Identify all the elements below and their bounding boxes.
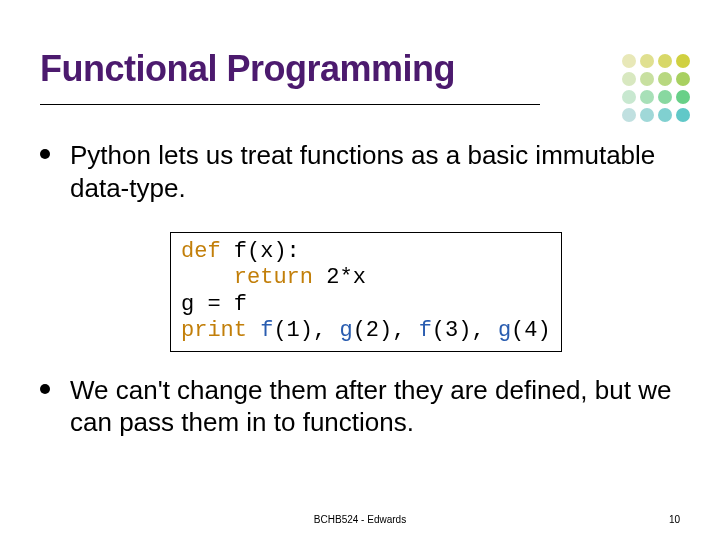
code-text: g = f — [181, 292, 247, 317]
bullet-text: We can't change them after they are defi… — [70, 374, 680, 439]
code-keyword: return — [234, 265, 313, 290]
code-keyword: def — [181, 239, 221, 264]
code-fn: g — [498, 318, 511, 343]
code-fn: f — [260, 318, 273, 343]
code-block: def f(x): return 2*x g = f print f(1), g… — [170, 232, 562, 352]
title-block: Functional Programming — [40, 48, 680, 105]
bullet-text: Python lets us treat functions as a basi… — [70, 139, 680, 204]
bullet-item: We can't change them after they are defi… — [40, 374, 680, 439]
page-number: 10 — [669, 514, 680, 525]
slide: Functional Programming Python lets us tr… — [0, 0, 720, 540]
footer-text: BCHB524 - Edwards — [314, 514, 406, 525]
code-fn: f — [419, 318, 432, 343]
bullet-icon — [40, 384, 50, 394]
bullet-item: Python lets us treat functions as a basi… — [40, 139, 680, 204]
code-text: (2), — [353, 318, 419, 343]
slide-title: Functional Programming — [40, 48, 680, 100]
title-underline — [40, 104, 540, 105]
code-fn: g — [339, 318, 352, 343]
slide-body: Python lets us treat functions as a basi… — [40, 139, 680, 439]
code-keyword: print — [181, 318, 247, 343]
code-text: f(x): — [221, 239, 300, 264]
code-text: 2*x — [313, 265, 366, 290]
code-text: (1), — [273, 318, 339, 343]
code-text: (4) — [511, 318, 551, 343]
code-text: (3), — [432, 318, 498, 343]
bullet-icon — [40, 149, 50, 159]
code-text — [181, 265, 234, 290]
code-text — [247, 318, 260, 343]
